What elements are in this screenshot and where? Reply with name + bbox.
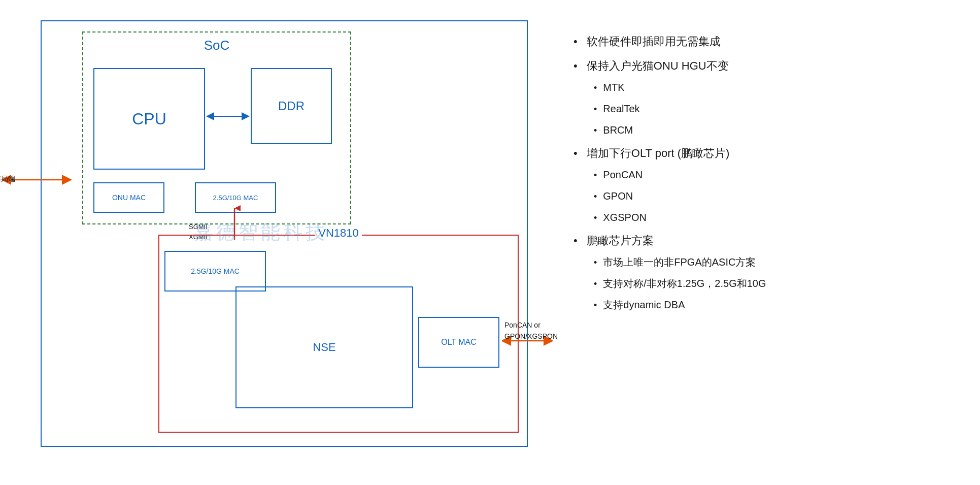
sub-item-gpon: GPON: [594, 186, 960, 206]
outer-box: SoC CPU DDR: [41, 20, 528, 447]
mac-top-label: 2.5G/10G MAC: [213, 194, 258, 202]
sub-list-2: MTK RealTek BRCM: [573, 77, 960, 140]
arrow-left-label: 到运营商局端: [0, 175, 15, 184]
bullet-item-4: 鹏瞰芯片方案 市场上唯一的非FPGA的ASIC方案 支持对称/非对称1.25G，…: [573, 230, 960, 315]
mac-bottom-box: 2.5G/10G MAC: [164, 251, 266, 292]
bullet-list: 软件硬件即插即用无需集成 保持入户光猫ONU HGU不变 MTK RealTek…: [573, 30, 960, 315]
nse-label: NSE: [313, 341, 335, 354]
diagram-area: SoC CPU DDR: [10, 15, 543, 462]
ddr-label: DDR: [278, 99, 305, 113]
mac-bottom-label: 2.5G/10G MAC: [191, 267, 240, 275]
olt-mac-box: OLT MAC: [418, 317, 499, 368]
cpu-ddr-arrow-svg: [205, 111, 251, 121]
pon-label: PonCAN or GPON/XGSPON: [504, 319, 558, 342]
cpu-box: CPU: [93, 68, 205, 170]
sub-item-dba: 支持dynamic DBA: [594, 295, 960, 315]
sub-item-realtek: RealTek: [594, 99, 960, 119]
cpu-label: CPU: [132, 110, 166, 128]
nse-box: NSE: [235, 286, 413, 408]
soc-label: SoC: [204, 38, 230, 53]
sub-item-asic: 市场上唯一的非FPGA的ASIC方案: [594, 252, 960, 272]
main-container: SoC CPU DDR: [0, 0, 980, 485]
ddr-box: DDR: [251, 68, 332, 144]
text-panel: 软件硬件即插即用无需集成 保持入户光猫ONU HGU不变 MTK RealTek…: [543, 15, 970, 470]
sub-item-mtk: MTK: [594, 77, 960, 98]
bullet-item-2: 保持入户光猫ONU HGU不变 MTK RealTek BRCM: [573, 55, 960, 140]
soc-box: SoC CPU DDR: [82, 31, 351, 224]
onu-mac-box: ONU MAC: [93, 182, 164, 213]
olt-mac-label: OLT MAC: [441, 338, 477, 347]
sub-item-sym: 支持对称/非对称1.25G，2.5G和10G: [594, 273, 960, 294]
sub-list-4: 市场上唯一的非FPGA的ASIC方案 支持对称/非对称1.25G，2.5G和10…: [573, 252, 960, 315]
vn1810-box: VN1810 2.5G/10G MAC NSE OLT MAC: [158, 235, 519, 433]
sub-item-xgspon: XGSPON: [594, 207, 960, 228]
bullet-item-3: 增加下行OLT port (鹏瞰芯片) PonCAN GPON XGSPON: [573, 142, 960, 228]
bullet-item-1: 软件硬件即插即用无需集成: [573, 30, 960, 53]
arrow-left-area: 到运营商局端: [1, 174, 72, 186]
onu-mac-label: ONU MAC: [112, 193, 146, 202]
cpu-ddr-arrow: [205, 111, 251, 121]
sub-list-3: PonCAN GPON XGSPON: [573, 165, 960, 228]
sub-item-brcm: BRCM: [594, 120, 960, 140]
sub-item-poncan: PonCAN: [594, 165, 960, 185]
watermark: 嘉德智能科技: [194, 219, 328, 245]
